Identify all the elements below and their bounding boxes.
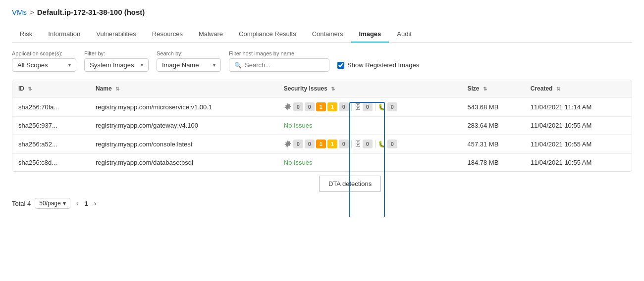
tab-vulnerabilities[interactable]: Vulnerabilities xyxy=(88,26,144,43)
breadcrumb-vms-link[interactable]: VMs xyxy=(12,8,27,16)
filter-host-group: Filter host images by name: 🔍 xyxy=(229,50,329,72)
no-issues-label: No Issues xyxy=(284,122,313,129)
tab-information[interactable]: Information xyxy=(40,26,88,43)
cell-id: sha256:a52... xyxy=(12,135,90,154)
search-input[interactable] xyxy=(245,61,324,69)
search-by-chevron-icon: ▾ xyxy=(213,62,215,68)
sort-size-icon: ⇅ xyxy=(483,86,487,92)
badge-bug-count: 0 xyxy=(387,102,397,111)
filter-by-group: Filter by: System Images ▾ xyxy=(84,50,149,72)
tab-images[interactable]: Images xyxy=(351,26,389,43)
dta-annotation-box: DTA detections xyxy=(319,176,381,192)
badge-count-1: 0 xyxy=(305,140,315,148)
cell-id: sha256:c8d... xyxy=(12,154,90,172)
app-scope-select[interactable]: All Scopes ▾ xyxy=(12,58,76,72)
filter-by-chevron-icon: ▾ xyxy=(141,62,143,68)
badge-count-2: 1 xyxy=(316,102,326,111)
tab-resources[interactable]: Resources xyxy=(144,26,191,43)
tab-audit[interactable]: Audit xyxy=(389,26,420,43)
filters-row: Application scope(s): All Scopes ▾ Filte… xyxy=(12,50,632,72)
cell-name: registry.myapp.com/microservice:v1.00.1 xyxy=(90,97,278,117)
tab-risk[interactable]: Risk xyxy=(12,26,40,43)
sort-name-icon: ⇅ xyxy=(115,86,119,92)
per-page-value: 50/page xyxy=(39,200,60,207)
show-registered-label: Show Registered Images xyxy=(347,61,419,69)
sort-id-icon: ⇅ xyxy=(28,86,32,92)
cell-created: 11/04/2021 10:55 AM xyxy=(525,154,632,172)
badge-count-1: 0 xyxy=(305,102,315,111)
cell-id: sha256:937... xyxy=(12,117,90,135)
badge-sep2 xyxy=(375,103,376,111)
prev-page-button[interactable]: ‹ xyxy=(74,198,81,208)
badge-count-4: 0 xyxy=(339,102,349,111)
app-scope-group: Application scope(s): All Scopes ▾ xyxy=(12,50,76,72)
col-header-security[interactable]: Security Issues ⇅ xyxy=(278,80,462,97)
badge-count-3: 1 xyxy=(327,140,337,148)
search-box[interactable]: 🔍 xyxy=(229,58,329,72)
col-header-id[interactable]: ID ⇅ xyxy=(12,80,90,97)
tab-malware[interactable]: Malware xyxy=(191,26,231,43)
bug-icon: 🐛 xyxy=(378,103,386,111)
tab-compliance[interactable]: Compliance Results xyxy=(231,26,304,43)
search-by-group: Search by: Image Name ▾ xyxy=(157,50,221,72)
table-row: sha256:a52... registry.myapp.com/console… xyxy=(12,135,632,154)
app-scope-value: All Scopes xyxy=(17,61,48,69)
current-page: 1 xyxy=(84,200,88,207)
cell-size: 283.64 MB xyxy=(461,117,524,135)
search-icon: 🔍 xyxy=(234,62,242,69)
app-scope-chevron-icon: ▾ xyxy=(68,62,71,68)
badge-count-3: 1 xyxy=(327,102,337,111)
cell-size: 457.31 MB xyxy=(461,135,524,154)
tab-containers[interactable]: Containers xyxy=(304,26,351,43)
app-scope-label: Application scope(s): xyxy=(12,50,76,56)
cell-created: 11/04/2021 11:14 AM xyxy=(525,97,632,117)
breadcrumb-current: Default.ip-172-31-38-100 (host) xyxy=(37,8,145,16)
pagination-total: Total 4 xyxy=(12,200,31,207)
next-page-button[interactable]: › xyxy=(92,198,99,208)
per-page-select[interactable]: 50/page ▾ xyxy=(35,198,70,209)
show-registered-group: Show Registered Images xyxy=(337,61,419,72)
breadcrumb: VMs > Default.ip-172-31-38-100 (host) xyxy=(12,8,632,16)
per-page-chevron-icon: ▾ xyxy=(63,200,66,207)
database-icon: 🗄 xyxy=(354,103,361,111)
search-by-value: Image Name xyxy=(162,61,199,69)
tab-bar: Risk Information Vulnerabilities Resourc… xyxy=(12,26,632,43)
cell-name: registry.myapp.com/gateway:v4.100 xyxy=(90,117,278,135)
no-issues-label: No Issues xyxy=(284,159,313,166)
cell-name: registry.myapp.com/console:latest xyxy=(90,135,278,154)
cell-security: 0 0 1 1 0 🗄 0 🐛 0 xyxy=(278,135,462,154)
badge-sep2 xyxy=(375,140,376,148)
badge-bug-count: 0 xyxy=(387,140,397,148)
badge-db-count: 0 xyxy=(363,102,373,111)
cell-security: No Issues xyxy=(278,154,462,172)
badge-count-0: 0 xyxy=(293,102,303,111)
dta-annotation-wrapper: DTA detections xyxy=(12,176,632,192)
filter-by-select[interactable]: System Images ▾ xyxy=(84,58,149,72)
cell-name: registry.myapp.com/database:psql xyxy=(90,154,278,172)
cell-created: 11/04/2021 10:55 AM xyxy=(525,135,632,154)
gear-icon xyxy=(284,140,292,148)
table-row: sha256:c8d... registry.myapp.com/databas… xyxy=(12,154,632,172)
table-row: sha256:937... registry.myapp.com/gateway… xyxy=(12,117,632,135)
cell-size: 543.68 MB xyxy=(461,97,524,117)
col-header-name[interactable]: Name ⇅ xyxy=(90,80,278,97)
show-registered-checkbox[interactable] xyxy=(337,62,344,69)
filter-by-value: System Images xyxy=(90,61,134,69)
sort-created-icon: ⇅ xyxy=(556,86,560,92)
cell-security: No Issues xyxy=(278,117,462,135)
badge-count-0: 0 xyxy=(293,140,303,148)
badge-sep xyxy=(351,103,352,111)
badge-count-4: 0 xyxy=(339,140,349,148)
badge-count-2: 1 xyxy=(316,140,326,148)
col-header-created[interactable]: Created ⇅ xyxy=(525,80,632,97)
cell-id: sha256:70fa... xyxy=(12,97,90,117)
bug-icon: 🐛 xyxy=(378,140,386,148)
cell-size: 184.78 MB xyxy=(461,154,524,172)
cell-created: 11/04/2021 10:55 AM xyxy=(525,117,632,135)
pagination: Total 4 50/page ▾ ‹ 1 › xyxy=(12,198,632,209)
col-header-size[interactable]: Size ⇅ xyxy=(461,80,524,97)
search-by-select[interactable]: Image Name ▾ xyxy=(157,58,221,72)
gear-icon xyxy=(284,103,292,111)
sort-security-icon: ⇅ xyxy=(331,86,335,92)
badge-db-count: 0 xyxy=(363,140,373,148)
